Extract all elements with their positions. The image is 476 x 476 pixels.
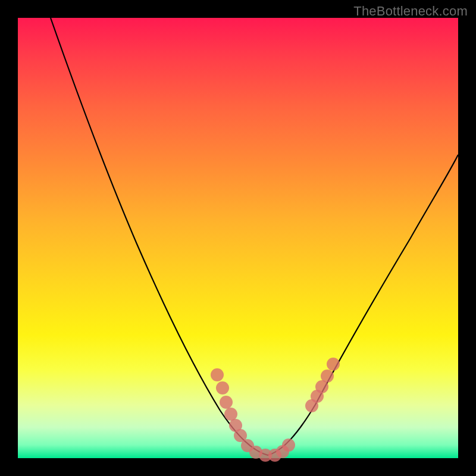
bead-marker: [220, 396, 233, 409]
bottleneck-curve: [51, 18, 458, 455]
chart-frame: [18, 18, 458, 458]
bead-marker: [321, 369, 334, 383]
watermark-text: TheBottleneck.com: [353, 4, 468, 19]
chart-svg: [18, 18, 458, 458]
bead-marker: [224, 408, 237, 421]
bead-marker: [211, 368, 224, 381]
bead-marker: [216, 381, 229, 394]
bead-marker: [282, 439, 295, 452]
bead-group: [211, 358, 340, 462]
bead-marker: [327, 358, 340, 371]
